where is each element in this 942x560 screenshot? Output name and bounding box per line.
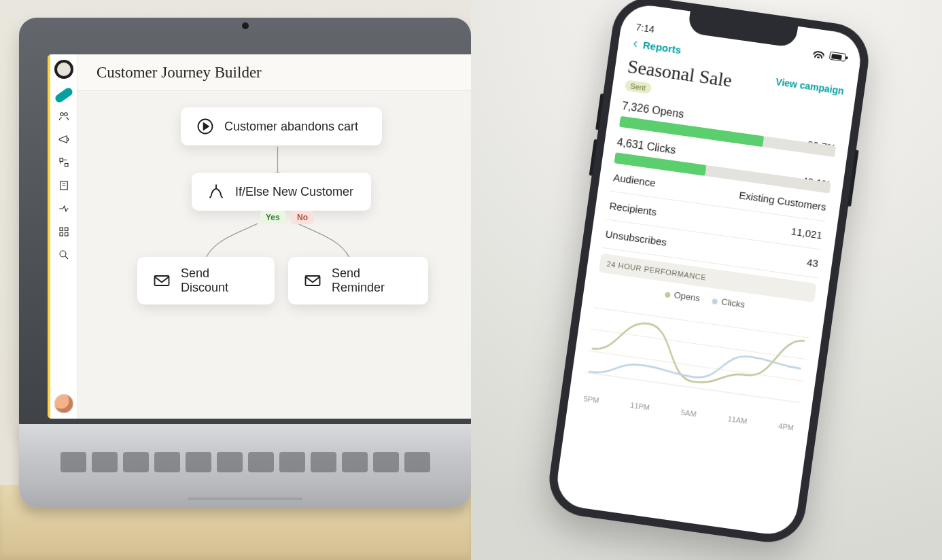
unsubscribes-value: 43 (806, 256, 819, 269)
webcam (242, 22, 249, 29)
play-icon (196, 117, 215, 136)
svg-rect-5 (60, 228, 63, 231)
svg-rect-6 (65, 228, 68, 231)
integrations-icon[interactable] (58, 203, 70, 215)
search-icon[interactable] (58, 249, 70, 261)
action-yes-label: Send Discount (181, 266, 260, 295)
legend-clicks: Clicks (720, 296, 745, 310)
svg-point-0 (60, 113, 63, 116)
automations-icon[interactable] (58, 156, 70, 169)
svg-rect-15 (306, 276, 320, 285)
condition-node[interactable]: If/Else New Customer (192, 173, 371, 211)
action-yes-node[interactable]: Send Discount (137, 257, 275, 304)
svg-rect-3 (65, 164, 68, 167)
audience-label: Audience (612, 171, 656, 189)
view-campaign-link[interactable]: View campaign (775, 76, 844, 97)
laptop-screen: Customer Journey Builder (48, 54, 478, 419)
wifi-icon (813, 49, 825, 58)
journey-canvas[interactable]: Customer abandons cart If/Else New Custo… (77, 91, 478, 419)
opens-word: Opens (651, 104, 684, 120)
power-button (848, 150, 859, 207)
campaigns-icon[interactable] (58, 133, 70, 145)
svg-rect-7 (60, 233, 63, 237)
svg-point-9 (60, 251, 66, 257)
volume-up-button (595, 93, 604, 130)
laptop-deck (19, 424, 471, 507)
sidebar-rail (50, 54, 77, 419)
brand-logo-icon[interactable] (54, 60, 73, 79)
user-avatar[interactable] (54, 394, 73, 413)
action-no-node[interactable]: Send Reminder (288, 257, 428, 304)
recipients-label: Recipients (609, 200, 658, 218)
condition-node-label: If/Else New Customer (235, 185, 353, 199)
phone-device: 7:14 Reports Seasonal Sale Sent (544, 0, 873, 547)
opens-value: 7,326 (621, 100, 650, 115)
content-icon[interactable] (58, 179, 70, 192)
unsubscribes-label: Unsubscribes (605, 228, 667, 247)
svg-point-1 (64, 113, 67, 116)
recipients-value: 11,021 (790, 225, 823, 241)
back-label: Reports (642, 39, 682, 56)
svg-rect-8 (65, 233, 68, 237)
laptop-device: Customer Journey Builder (19, 18, 471, 507)
apps-icon[interactable] (58, 226, 70, 238)
clicks-value: 4,631 (616, 136, 645, 151)
legend-dot-clicks (712, 298, 718, 304)
legend-dot-opens (664, 292, 670, 298)
report-view: Reports Seasonal Sale Sent View campaign… (568, 31, 860, 440)
legend-opens: Opens (674, 290, 701, 303)
start-node[interactable]: Customer abandons cart (181, 107, 382, 145)
titlebar: Customer Journey Builder (77, 54, 478, 91)
phone-screen: 7:14 Reports Seasonal Sale Sent (554, 2, 864, 538)
mail-icon (303, 271, 322, 290)
page-title: Customer Journey Builder (97, 64, 262, 82)
laptop-scene: Customer Journey Builder (0, 0, 471, 560)
chevron-left-icon (630, 38, 641, 49)
main-panel: Customer Journey Builder (77, 54, 478, 419)
branch-icon (207, 182, 226, 201)
sidebar-active-indicator[interactable] (54, 86, 74, 104)
keyboard (46, 442, 444, 483)
clicks-word: Clicks (646, 141, 677, 156)
branch-chip-no: No (291, 211, 314, 224)
mail-icon (152, 271, 171, 290)
laptop-lid: Customer Journey Builder (19, 18, 471, 425)
svg-rect-2 (60, 158, 63, 162)
start-node-label: Customer abandons cart (224, 120, 358, 134)
journey-builder-app: Customer Journey Builder (48, 54, 478, 419)
branch-chip-yes: Yes (260, 211, 286, 224)
phone-frame: 7:14 Reports Seasonal Sale Sent (544, 0, 873, 547)
volume-down-button (589, 139, 597, 176)
status-time: 7:14 (635, 22, 655, 35)
trackpad (188, 497, 302, 500)
battery-icon (829, 52, 846, 62)
audience-icon[interactable] (58, 110, 70, 122)
audience-value: Existing Customers (738, 189, 826, 213)
status-pill: Sent (625, 80, 652, 94)
svg-rect-14 (155, 276, 169, 285)
action-no-label: Send Reminder (332, 266, 413, 295)
phone-scene: 7:14 Reports Seasonal Sale Sent (471, 0, 942, 560)
